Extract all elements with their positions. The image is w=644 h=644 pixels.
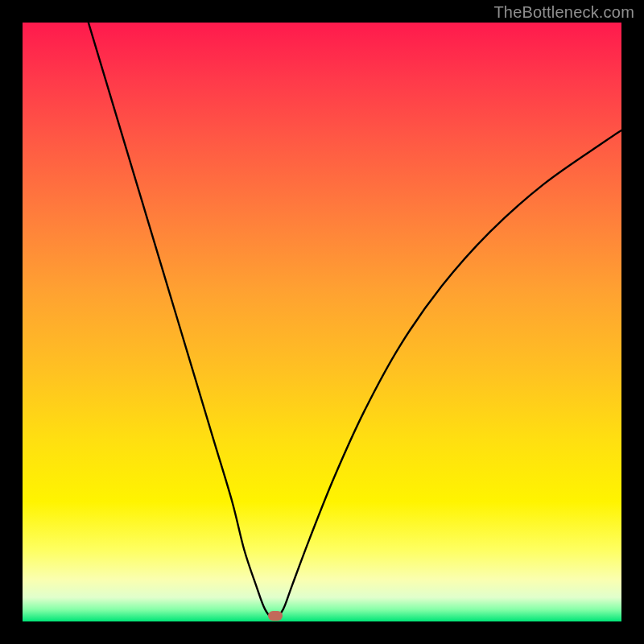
- optimal-point-marker: [268, 611, 283, 621]
- plot-area: [23, 23, 621, 621]
- chart-frame: TheBottleneck.com: [0, 0, 644, 644]
- watermark-text: TheBottleneck.com: [493, 3, 634, 22]
- bottleneck-curve: [23, 23, 621, 621]
